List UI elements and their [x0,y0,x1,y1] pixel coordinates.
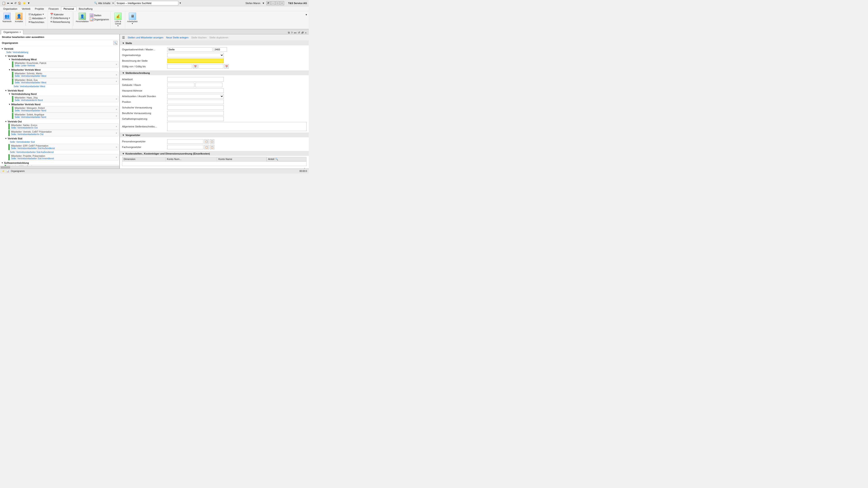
copy-window-icon[interactable]: ⧉ [288,31,290,34]
menubar-item-personal[interactable]: Personal [61,7,76,11]
menubar-item-projekte[interactable]: Projekte [33,7,46,11]
tree-item-projekte-praesentation[interactable]: Mitarbeiter: Projekte, Präsentation Sell… [8,154,119,160]
vertriebsleitung-nord-expand[interactable]: ▼ [8,93,11,95]
bezeichnung-input[interactable] [167,59,224,63]
search-dropdown-btn[interactable]: ▼ [179,2,182,4]
close-btn[interactable]: × [280,1,284,5]
softwareentwicklung-expand[interactable]: ▼ [1,162,4,164]
vertrieb-ost-label[interactable]: ▼ Vertrieb Ost [4,120,119,123]
personalvorgesetzter-btn2[interactable]: 📋 [210,139,214,144]
vertriebsleitung-nord-label[interactable]: ▼ Vertriebsleitung Nord [7,92,119,96]
tree-item-sottek[interactable]: Mitarbeiter: Sottek, Angelique Selle: Ve… [12,113,119,119]
mitarbeiter-nord-label[interactable]: ▼ Mitarbeiter Vertrieb Nord [7,103,119,106]
ribbon-arbeitsplatz[interactable]: 🖥 Arbeitsplatz ▼ [126,12,139,29]
stelle-loeschen-btn[interactable]: Stelle löschen [191,36,207,39]
menubar-item-beschaffung[interactable]: Beschaffung [76,7,95,11]
list-view-icon[interactable]: ☰ [122,36,125,39]
window-icon-back[interactable]: ⬅ [7,2,9,5]
h-scroll-thumb[interactable] [1,166,10,168]
vertrieb-west-expand[interactable]: ▼ [4,55,7,57]
search-input[interactable] [115,1,178,5]
kruschinski-close[interactable]: × [115,61,118,67]
kruschinski-stelle[interactable]: Selle: Leiter Vertrieb [15,64,113,67]
sottek-stelle[interactable]: Selle: Vertriebsmitarbeiter Nord [15,116,113,119]
ribbon-expand[interactable]: ▾ [305,12,308,29]
gueltig-von-input[interactable] [167,64,192,69]
stellen-anzeigen-btn[interactable]: Stellen und Mitarbeiter anzeigen [128,36,163,39]
weingartz-stelle[interactable]: Selle: Vertriebsmitarbeiter Nord [15,109,113,112]
tab-organigramm[interactable]: Organigramm × [1,30,23,34]
allgemein-textarea[interactable] [167,122,307,131]
vertriebsleitung-west-expand[interactable]: ▼ [8,58,11,61]
gehalts-input[interactable] [167,117,224,121]
minimize-btn[interactable]: − [271,1,275,5]
sued-stelle-only-link[interactable]: Selle: Vertriebsleiter Süd [10,141,35,143]
haas-close[interactable]: × [115,96,118,102]
tab-organigramm-close[interactable]: × [20,31,21,33]
section-vorgesetzter-header[interactable]: ▼ Vorgesetzter [120,133,309,137]
mitarbeiter-west-expand[interactable]: ▼ [8,68,11,71]
menubar-item-vertrieb[interactable]: Vertrieb [20,7,33,11]
tree-item-sued-stelle-only[interactable]: Selle: Vertriebsleiter Süd [8,140,119,144]
help-icon[interactable]: ? [291,31,292,34]
erp-cebit-stelle[interactable]: Selle: Vertriebsmitarbeiter Süd Außendie… [11,147,113,150]
reload-icon[interactable]: ↺ [298,31,300,34]
window-icon-star[interactable]: ⭐ [23,2,26,5]
gueltig-bis-cal-btn[interactable]: 📅 [224,64,229,69]
tree-item-west-stelle-only[interactable]: Selle: Vertriebsmitarbeiter West [12,85,119,88]
window-icon-refresh[interactable]: ↺ [14,2,17,5]
window-icon-home[interactable]: 🏠 [18,2,21,5]
brueck-close[interactable]: × [115,78,118,84]
ribbon-kalender[interactable]: 📅 Kalender [50,13,71,16]
section-kosten-header[interactable]: ▼ Kostenstellen-, Kostenträger und Dimen… [120,151,309,156]
neue-stelle-btn[interactable]: Neue Stelle anlegen [166,36,188,39]
vertrieb-nord-expand[interactable]: ▼ [4,89,7,92]
haas-stelle[interactable]: Selle: Vertriebsleiter/in Nord [15,99,113,101]
cebit-ost-close[interactable]: × [115,130,118,136]
hauspost-input[interactable] [167,88,224,93]
mitarbeiter-west-label[interactable]: ▼ Mitarbeiter Vertrieb West [7,68,119,71]
tree-item-schmitz[interactable]: Mitarbeiter: Schmitz, Marko Selle: Vertr… [12,72,119,78]
arbeitszeiten-select[interactable] [167,94,224,98]
ribbon-reiseerfassung[interactable]: ✈ Reiseerfassung [50,20,71,24]
tree-item-vertriebsleitung-stelle[interactable]: Selle: Vertriebsleitung [4,51,119,54]
mitarbeiter-nord-expand[interactable]: ▼ [8,103,11,106]
section-stellenbeschreibung-header[interactable]: ▼ Stellenbeschreibung [120,71,309,75]
schulisch-input[interactable] [167,105,224,110]
schmitz-stelle[interactable]: Selle: Vertriebsmitarbeiter West [15,75,113,77]
gueltig-bis-input[interactable] [198,64,223,69]
ribbon-organigramm[interactable]: 📊 Organigramm [90,18,109,21]
org-einheit-input[interactable] [167,47,213,52]
ribbon-kontakte[interactable]: 👤 Kontakte [13,12,25,29]
ribbon-nachrichten[interactable]: ✉ Nachrichten [28,20,46,24]
beruflich-input[interactable] [167,111,224,116]
fachvorgesetzter-btn2[interactable]: 📋 [210,145,214,149]
personalvorgesetzter-btn1[interactable]: 📋 [204,139,209,144]
tree-item-mueller[interactable]: Mitarbeiter: Müller, Stephan Selle: Entw… [4,165,119,166]
tree-item-erp-cebit[interactable]: Mitarbeiter: ERP, CeBIT Präsentation Sel… [8,144,119,150]
sued-aussen-stelle-link[interactable]: Selle: Vertriebsmitarbeiter Süd Außendie… [10,151,54,153]
maximize-btn[interactable]: □ [276,1,280,5]
ribbon-stellen[interactable]: 🏢 Stellen [90,13,109,17]
schmitz-close[interactable]: × [115,72,118,78]
arbeitsort-input[interactable] [167,77,224,82]
weingartz-close[interactable]: × [115,106,118,112]
statusbar-chart-icon[interactable]: 📊 [6,170,9,172]
tree-item-sued-aussen-stelle[interactable]: Selle: Vertriebsmitarbeiter Süd Außendie… [8,151,119,154]
vertrieb-expand-icon[interactable]: ▼ [1,47,4,50]
stelle-duplizieren-btn[interactable]: Stelle duplizieren [209,36,228,39]
ribbon-aktivitaeten[interactable]: 📋 Aktivitäten ▼ [28,17,46,20]
vertrieb-nord-label[interactable]: ▼ Vertrieb Nord [4,89,119,92]
tree-item-cebit-ost[interactable]: Mitarbeiter: Vertrieb, CeBIT Präsentatio… [8,130,119,136]
west-stelle-only-link[interactable]: Selle: Vertriebsmitarbeiter West [13,85,45,88]
cost-search-icon[interactable]: 🔍 [275,158,278,161]
menubar-item-finanzen[interactable]: Finanzen [46,7,61,11]
tree-node-vertrieb-label[interactable]: ▼ Vertrieb [0,47,119,51]
ribbon-expand-icon[interactable]: ▾ [306,13,307,16]
org-typ-select[interactable] [167,53,224,57]
more-icon[interactable]: ••• [294,31,297,34]
user-dropdown[interactable]: ▼ [262,2,265,4]
projekte-close[interactable]: × [115,154,118,160]
cebit-ost-stelle[interactable]: Selle: Vertriebsmitarbeiter/in Ost [11,133,113,135]
gueltig-von-cal-btn[interactable]: 📅 [193,64,197,69]
